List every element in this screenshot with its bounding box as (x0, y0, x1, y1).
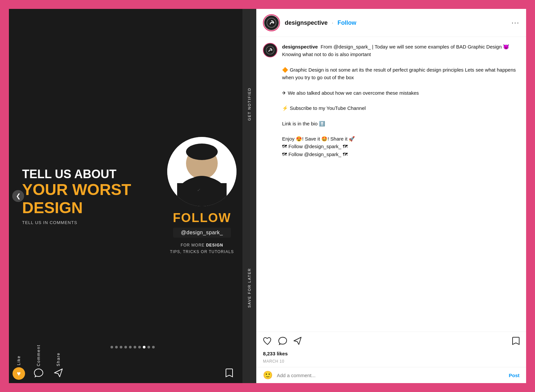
heart-icon[interactable]: ♥ (13, 367, 25, 380)
post-actions (256, 332, 526, 350)
bookmark-icon-left[interactable] (226, 368, 233, 380)
username-badge: @design_spark_ (173, 228, 231, 238)
like-button[interactable] (263, 337, 272, 347)
left-main-content: TELL US ABOUT YOUR WORST DESIGN TELL US … (9, 137, 256, 255)
profile-block: ✓ FOLLOW @design_spark_ FOR MORE DESIGN … (167, 137, 236, 255)
svg-point-5 (192, 176, 212, 184)
caption-area: designspective From @design_spark_ | Tod… (256, 37, 526, 332)
prev-arrow[interactable]: ❮ (12, 190, 24, 202)
caption-avatar (263, 43, 277, 57)
caption-body: From @design_spark_ | Today we will see … (282, 44, 516, 157)
follow-label: FOLLOW (173, 211, 231, 225)
header-username-group: designspective · Follow (285, 19, 356, 26)
share-button[interactable] (293, 337, 302, 347)
emoji-button[interactable]: 🙂 (263, 371, 273, 380)
save-for-later-label: Save For Later (247, 268, 251, 308)
headline-line3: DESIGN (22, 199, 161, 217)
for-more-line2: TIPS, TRICKS OR TUTORIALS (170, 249, 234, 254)
share-label: Share (56, 352, 61, 366)
svg-text:✓: ✓ (197, 188, 200, 192)
likes-count: 8,233 likes (256, 350, 526, 358)
post-header: designspective · Follow ··· (256, 9, 526, 37)
bookmark-button[interactable] (512, 337, 519, 347)
comment-bar: 🙂 Post (256, 367, 526, 383)
comment-action[interactable]: Comment (29, 347, 48, 383)
post-button[interactable]: Post (509, 373, 519, 378)
get-notified-label: Get Notified (247, 87, 251, 121)
svg-rect-2 (177, 183, 227, 206)
save-for-later-strip[interactable]: Save For Later (247, 196, 251, 383)
right-panel: designspective · Follow ··· designspecti… (256, 9, 526, 383)
caption-text: designspective From @design_spark_ | Tod… (282, 43, 519, 158)
header-avatar (263, 14, 280, 31)
caption-username: designspective (282, 44, 318, 49)
like-label: Like (16, 355, 21, 365)
svg-point-4 (186, 144, 218, 160)
comment-button[interactable] (278, 337, 287, 347)
share-action[interactable]: Share (48, 347, 68, 383)
header-username: designspective (285, 19, 328, 26)
headline-line2: YOUR WORST (22, 181, 161, 199)
headline-line1: TELL US ABOUT (22, 167, 161, 181)
for-more-text: FOR MORE DESIGN TIPS, TRICKS OR TUTORIAL… (170, 242, 234, 255)
caption-avatar-logo (265, 45, 275, 55)
app-container: Get Notified Save For Later TELL US ABOU… (7, 7, 528, 385)
profile-silhouette-svg: ✓ (167, 137, 236, 206)
comment-input[interactable] (277, 373, 505, 378)
left-bottom-strip: Like ♥ Comment Share (9, 347, 242, 383)
get-notified-strip[interactable]: Get Notified (247, 9, 251, 196)
header-avatar-logo (266, 17, 277, 29)
left-panel: Get Notified Save For Later TELL US ABOU… (9, 9, 256, 383)
bookmark-action-left[interactable] (219, 347, 239, 383)
more-options-button[interactable]: ··· (512, 18, 519, 27)
like-action[interactable]: Like ♥ (9, 347, 29, 383)
comment-icon[interactable] (34, 368, 44, 380)
caption-row: designspective From @design_spark_ | Tod… (263, 43, 519, 158)
follow-button[interactable]: Follow (337, 19, 356, 26)
comment-label: Comment (36, 344, 41, 366)
profile-circle: ✓ (167, 137, 236, 206)
for-more-bold: DESIGN (206, 243, 223, 247)
post-date: MARCH 10 (256, 358, 526, 367)
header-dot: · (332, 19, 333, 26)
right-vertical-strip: Get Notified Save For Later (242, 9, 256, 383)
header-avatar-inner (264, 16, 279, 30)
text-block: TELL US ABOUT YOUR WORST DESIGN TELL US … (22, 167, 161, 225)
for-more-line1: FOR MORE (181, 243, 205, 247)
share-icon[interactable] (54, 368, 63, 380)
sub-headline: TELL US IN COMMENTS (22, 220, 161, 225)
